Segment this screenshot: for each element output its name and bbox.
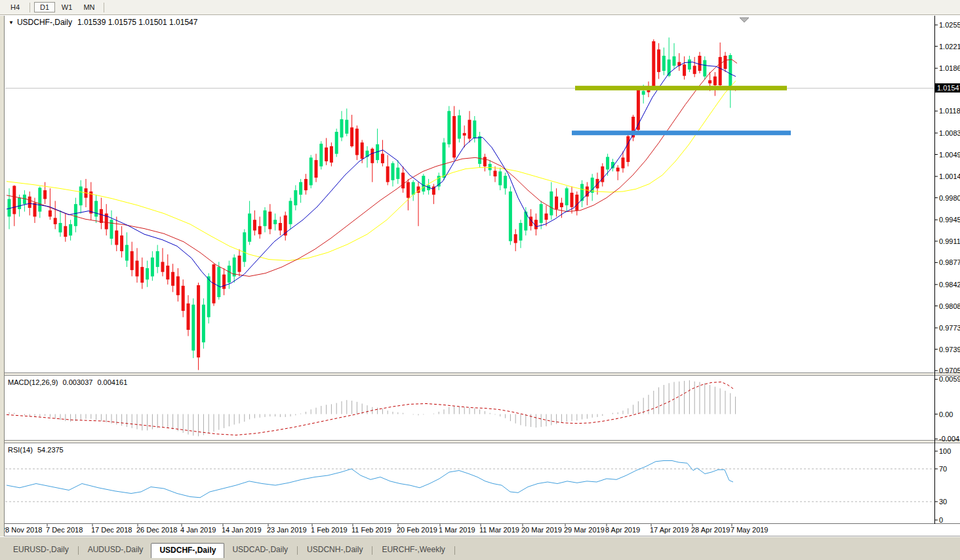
candle-body xyxy=(550,191,553,215)
candle xyxy=(509,186,512,245)
candle-body xyxy=(662,56,666,71)
candle-body xyxy=(191,305,195,351)
macd-main-value: 0.003037 xyxy=(62,378,92,386)
separator xyxy=(30,3,30,12)
candle xyxy=(191,298,195,358)
candle-body xyxy=(140,267,144,283)
chart-tab-usdchf-daily[interactable]: USDCHF-,Daily xyxy=(151,543,224,558)
candle-body xyxy=(703,60,706,77)
main-macd-splitter[interactable] xyxy=(5,373,960,375)
candle-body xyxy=(120,235,123,251)
separator xyxy=(454,546,455,555)
candle-body xyxy=(401,172,405,188)
separator xyxy=(297,546,298,555)
candle-body xyxy=(713,77,717,85)
chart-tab-audusd-daily[interactable]: AUDUSD-,Daily xyxy=(80,543,151,558)
candle-body xyxy=(115,231,118,245)
candle-body xyxy=(49,210,52,217)
candle-body xyxy=(43,190,47,199)
candle-body xyxy=(289,201,292,224)
candle-body xyxy=(370,149,374,163)
candle-body xyxy=(570,193,574,207)
price-axis-label: 0.97390 xyxy=(939,346,960,353)
candle-body xyxy=(279,223,282,231)
chart-tab-eurchf-weekly[interactable]: EURCHF-,Weekly xyxy=(374,543,452,558)
price-axis-label: 0.99110 xyxy=(939,237,960,245)
candle-body xyxy=(514,234,517,243)
candle-body xyxy=(110,220,113,239)
candle-body xyxy=(509,191,512,241)
candle-body xyxy=(182,286,185,311)
candle-body xyxy=(519,223,523,241)
main-chart-plot-area[interactable] xyxy=(5,16,934,372)
candle-body xyxy=(683,64,686,75)
rsi-axis-label: 30 xyxy=(939,498,947,506)
chart-tab-eurusd-daily[interactable]: EURUSD-,Daily xyxy=(5,543,77,558)
candle-body xyxy=(335,132,338,154)
macd-axis-label: 0.00 xyxy=(939,410,953,418)
time-axis-label: 26 Dec 2018 xyxy=(136,526,177,534)
macd-axis-label: 0.00597 xyxy=(939,375,960,383)
time-axis-label: 14 Jan 2019 xyxy=(222,526,262,534)
candle xyxy=(626,132,630,167)
support-band[interactable] xyxy=(572,130,791,135)
candle-body xyxy=(59,223,62,232)
candle xyxy=(355,125,359,160)
candle-body xyxy=(447,111,450,144)
timeframe-button-h4[interactable]: H4 xyxy=(5,2,26,12)
timeframe-button-w1[interactable]: W1 xyxy=(56,2,77,12)
rsi-axis-label: 100 xyxy=(939,447,951,455)
collapse-triangle-icon[interactable]: ▼ xyxy=(9,20,14,26)
candle-body xyxy=(264,210,267,226)
macd-indicator-name: MACD(12,26,9) xyxy=(8,378,58,386)
time-axis-label: 11 Mar 2019 xyxy=(479,526,519,534)
candle-body xyxy=(253,220,256,230)
candle-body xyxy=(698,56,702,71)
candle-body xyxy=(560,203,563,207)
candle-body xyxy=(8,199,11,217)
timeframe-button-d1[interactable]: D1 xyxy=(34,2,55,12)
chart-tab-usdcnh-daily[interactable]: USDCNH-,Daily xyxy=(299,543,370,558)
time-axis-label: 20 Mar 2019 xyxy=(521,526,562,534)
trading-terminal-window: 1.025501.022101.018601.011801.008301.004… xyxy=(0,0,960,560)
time-axis-label: 23 Jan 2019 xyxy=(267,526,307,534)
rsi-line xyxy=(7,461,733,498)
candle xyxy=(443,138,446,180)
candle-body xyxy=(94,201,98,216)
separator xyxy=(104,3,104,12)
rsi-panel-label: RSI(14) 54.2375 xyxy=(8,446,66,454)
chart-tab-usdcad-daily[interactable]: USDCAD-,Daily xyxy=(224,543,296,558)
price-axis-label: 1.02210 xyxy=(939,43,960,50)
candle-body xyxy=(340,119,344,138)
time-axis-label: 17 Apr 2019 xyxy=(650,526,689,534)
rsi-indicator-name: RSI(14) xyxy=(8,446,33,454)
candle-body xyxy=(616,168,620,172)
candle-body xyxy=(89,191,92,214)
timeframe-button-mn[interactable]: MN xyxy=(79,2,100,12)
current-price-tag-value: 1.01547 xyxy=(937,84,960,92)
time-axis-label: 4 Jan 2019 xyxy=(180,526,216,534)
candle-body xyxy=(345,120,348,134)
price-axis-label: 0.98080 xyxy=(939,302,960,310)
candle-body xyxy=(74,204,77,226)
candle-body xyxy=(361,142,364,159)
candle-body xyxy=(396,168,399,179)
candle-body xyxy=(673,56,676,66)
candle xyxy=(335,129,338,157)
candle-body xyxy=(202,305,205,342)
candle-body xyxy=(33,203,37,216)
resistance-band[interactable] xyxy=(575,86,787,90)
time-axis-label: 8 Apr 2019 xyxy=(605,526,640,534)
macd-rsi-splitter[interactable] xyxy=(5,441,960,443)
price-axis-label: 0.99800 xyxy=(939,194,960,202)
candle-body xyxy=(652,41,655,87)
price-axis-label: 1.01860 xyxy=(939,64,960,72)
candle-body xyxy=(136,261,139,277)
time-axis-label: 28 Apr 2019 xyxy=(691,526,730,534)
candle-body xyxy=(156,251,159,267)
candle-body xyxy=(657,49,660,72)
time-axis-label: 7 Dec 2018 xyxy=(46,526,83,534)
rsi-value: 54.2375 xyxy=(37,446,64,454)
candle-body xyxy=(294,190,297,205)
candle-body xyxy=(171,272,174,286)
